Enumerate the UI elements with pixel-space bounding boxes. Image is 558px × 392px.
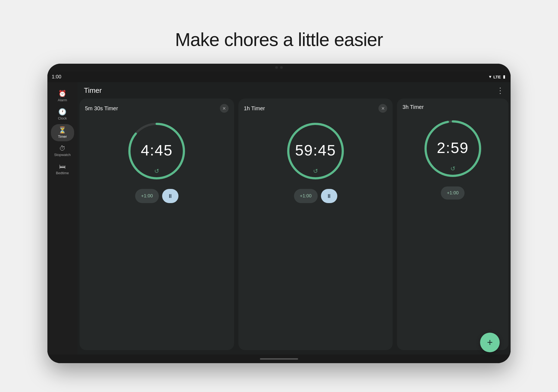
tablet-frame: 1:00 ▾ LTE ▮ ⏰ Alarm 🕐 Clock ⏳ bbox=[47, 64, 511, 363]
sidebar: ⏰ Alarm 🕐 Clock ⏳ Timer ⏱ Stopwatch 🛏 bbox=[47, 82, 77, 354]
camera-bar bbox=[47, 64, 511, 71]
status-bar: 1:00 ▾ LTE ▮ bbox=[47, 71, 511, 82]
timer-2-header: 1h Timer ✕ bbox=[244, 104, 387, 113]
page-title: Make chores a little easier bbox=[175, 29, 383, 50]
timer-1-name: 5m 30s Timer bbox=[85, 105, 118, 112]
app-title: Timer bbox=[84, 86, 102, 95]
battery-icon: ▮ bbox=[503, 74, 505, 79]
timer-3-time: 2:59 bbox=[437, 139, 469, 156]
timer-card-2: 1h Timer ✕ 59:45 bbox=[238, 99, 393, 350]
timer-1-time: 4:45 bbox=[141, 142, 173, 159]
timer-1-reset-button[interactable]: ↺ bbox=[154, 168, 159, 175]
timer-2-add-time-button[interactable]: +1:00 bbox=[294, 189, 318, 203]
sidebar-label-alarm: Alarm bbox=[58, 98, 67, 102]
sidebar-item-alarm[interactable]: ⏰ Alarm bbox=[47, 88, 77, 105]
clock-icon: 🕐 bbox=[58, 109, 66, 115]
bedtime-icon: 🛏 bbox=[59, 163, 66, 170]
timer-2-reset-button[interactable]: ↺ bbox=[313, 168, 318, 175]
timer-card-3: 3h Timer 2:59 ↺ bbox=[397, 99, 508, 350]
wifi-icon: ▾ bbox=[489, 74, 491, 79]
timer-2-pause-button[interactable]: ⏸ bbox=[321, 189, 337, 203]
status-icons: ▾ LTE ▮ bbox=[489, 74, 505, 79]
timer-2-circle: 59:45 ↺ bbox=[284, 120, 347, 182]
timer-3-buttons: +1:00 bbox=[441, 186, 465, 200]
timer-3-add-time-button[interactable]: +1:00 bbox=[441, 186, 465, 200]
timer-1-display: 4:45 bbox=[141, 141, 173, 159]
sidebar-item-timer[interactable]: ⏳ Timer bbox=[51, 124, 74, 141]
sidebar-label-bedtime: Bedtime bbox=[56, 171, 69, 175]
timer-3-display: 2:59 bbox=[437, 139, 469, 157]
camera-dot bbox=[275, 66, 278, 69]
timer-2-name: 1h Timer bbox=[244, 105, 265, 112]
timer-1-close-button[interactable]: ✕ bbox=[220, 104, 229, 113]
camera-dot-2 bbox=[280, 66, 283, 69]
timer-2-time: 59:45 bbox=[295, 142, 336, 159]
lte-label: LTE bbox=[493, 75, 501, 79]
main-content: ⏰ Alarm 🕐 Clock ⏳ Timer ⏱ Stopwatch 🛏 bbox=[47, 82, 511, 354]
timer-3-header: 3h Timer bbox=[402, 104, 503, 110]
tablet-screen: 1:00 ▾ LTE ▮ ⏰ Alarm 🕐 Clock ⏳ bbox=[47, 71, 511, 363]
timer-3-reset-button[interactable]: ↺ bbox=[450, 165, 455, 172]
pause-icon-2: ⏸ bbox=[326, 193, 332, 199]
timer-2-close-button[interactable]: ✕ bbox=[378, 104, 387, 113]
timer-1-circle: 4:45 ↺ bbox=[125, 120, 188, 182]
timer-1-header: 5m 30s Timer ✕ bbox=[85, 104, 229, 113]
home-bar[interactable] bbox=[260, 358, 298, 360]
timer-1-buttons: +1:00 ⏸ bbox=[135, 189, 178, 203]
timer-card-1: 5m 30s Timer ✕ 4:45 bbox=[80, 99, 234, 350]
timer-icon: ⏳ bbox=[58, 127, 66, 133]
close-icon-2: ✕ bbox=[381, 106, 385, 111]
close-icon-1: ✕ bbox=[222, 106, 226, 111]
more-menu-button[interactable]: ⋮ bbox=[496, 86, 504, 95]
sidebar-label-clock: Clock bbox=[58, 116, 67, 120]
timer-1-pause-button[interactable]: ⏸ bbox=[162, 189, 178, 203]
sidebar-label-stopwatch: Stopwatch bbox=[54, 153, 71, 157]
app-content: Timer ⋮ 5m 30s Timer ✕ bbox=[77, 82, 511, 354]
timer-3-circle: 2:59 ↺ bbox=[421, 117, 484, 180]
home-indicator bbox=[47, 354, 511, 363]
timer-1-add-time-button[interactable]: +1:00 bbox=[135, 189, 159, 203]
pause-icon-1: ⏸ bbox=[168, 193, 173, 199]
status-time: 1:00 bbox=[52, 74, 61, 80]
stopwatch-icon: ⏱ bbox=[59, 145, 66, 152]
sidebar-item-clock[interactable]: 🕐 Clock bbox=[47, 106, 77, 123]
fab-plus-icon: + bbox=[487, 337, 493, 348]
timer-3-name: 3h Timer bbox=[402, 104, 424, 110]
timer-2-display: 59:45 bbox=[295, 141, 336, 159]
timers-container: 5m 30s Timer ✕ 4:45 bbox=[77, 99, 511, 354]
timer-2-buttons: +1:00 ⏸ bbox=[294, 189, 337, 203]
alarm-icon: ⏰ bbox=[58, 90, 66, 97]
sidebar-item-bedtime[interactable]: 🛏 Bedtime bbox=[47, 161, 77, 178]
app-top-bar: Timer ⋮ bbox=[77, 82, 511, 99]
sidebar-item-stopwatch[interactable]: ⏱ Stopwatch bbox=[47, 142, 77, 160]
sidebar-label-timer: Timer bbox=[58, 134, 67, 139]
add-timer-fab[interactable]: + bbox=[480, 333, 500, 352]
